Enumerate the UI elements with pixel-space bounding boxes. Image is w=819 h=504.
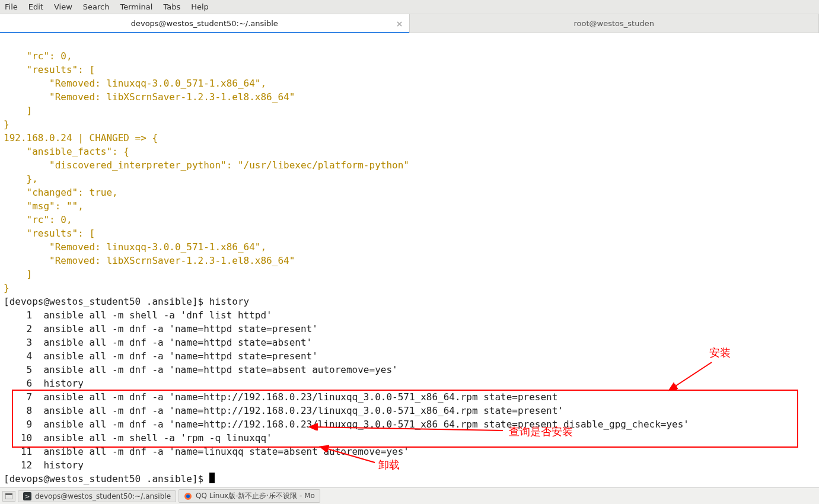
svg-line-0 bbox=[670, 362, 712, 390]
taskbar: > devops@westos_student50:~/.ansible QQ … bbox=[0, 487, 819, 504]
terminal-icon: > bbox=[23, 492, 31, 500]
history-output: 1 ansible all -m shell -a 'dnf list http… bbox=[4, 310, 689, 471]
menu-terminal[interactable]: Terminal bbox=[120, 2, 152, 11]
tab-inactive-title: root@westos_studen bbox=[574, 19, 654, 28]
close-icon[interactable]: × bbox=[396, 19, 403, 28]
taskbar-firefox[interactable]: QQ Linux版-新不止步·乐不设限 - Mo bbox=[179, 489, 320, 503]
menu-tabs[interactable]: Tabs bbox=[163, 2, 180, 11]
ansible-output: "rc": 0, "results": [ "Removed: linuxqq-… bbox=[4, 50, 409, 294]
tab-inactive[interactable]: root@westos_studen bbox=[410, 14, 820, 33]
menu-edit[interactable]: Edit bbox=[28, 2, 43, 11]
arrow-install bbox=[663, 359, 716, 394]
show-desktop-icon[interactable] bbox=[2, 491, 15, 502]
terminal[interactable]: "rc": 0, "results": [ "Removed: linuxqq-… bbox=[0, 33, 819, 504]
menu-file[interactable]: File bbox=[5, 2, 18, 11]
taskbar-terminal[interactable]: > devops@westos_student50:~/.ansible bbox=[18, 490, 176, 502]
menu-search[interactable]: Search bbox=[83, 2, 110, 11]
menubar: File Edit View Search Terminal Tabs Help bbox=[0, 0, 819, 14]
svg-rect-4 bbox=[5, 493, 12, 495]
tabbar: devops@westos_student50:~/.ansible × roo… bbox=[0, 14, 819, 33]
cursor bbox=[209, 473, 215, 483]
taskbar-firefox-label: QQ Linux版-新不止步·乐不设限 - Mo bbox=[196, 491, 315, 501]
tab-active[interactable]: devops@westos_student50:~/.ansible × bbox=[0, 14, 410, 33]
tab-active-title: devops@westos_student50:~/.ansible bbox=[131, 19, 278, 28]
menu-help[interactable]: Help bbox=[191, 2, 209, 11]
anno-uninstall: 卸载 bbox=[378, 458, 400, 471]
svg-point-8 bbox=[186, 495, 190, 498]
anno-install: 安装 bbox=[709, 346, 731, 359]
taskbar-terminal-label: devops@westos_student50:~/.ansible bbox=[35, 492, 171, 500]
firefox-icon bbox=[184, 492, 192, 500]
menu-view[interactable]: View bbox=[54, 2, 72, 11]
svg-text:>: > bbox=[25, 493, 30, 500]
prompt-current: [devops@westos_student50 .ansible]$ bbox=[4, 473, 209, 484]
prompt-history: [devops@westos_student50 .ansible]$ hist… bbox=[4, 296, 249, 307]
